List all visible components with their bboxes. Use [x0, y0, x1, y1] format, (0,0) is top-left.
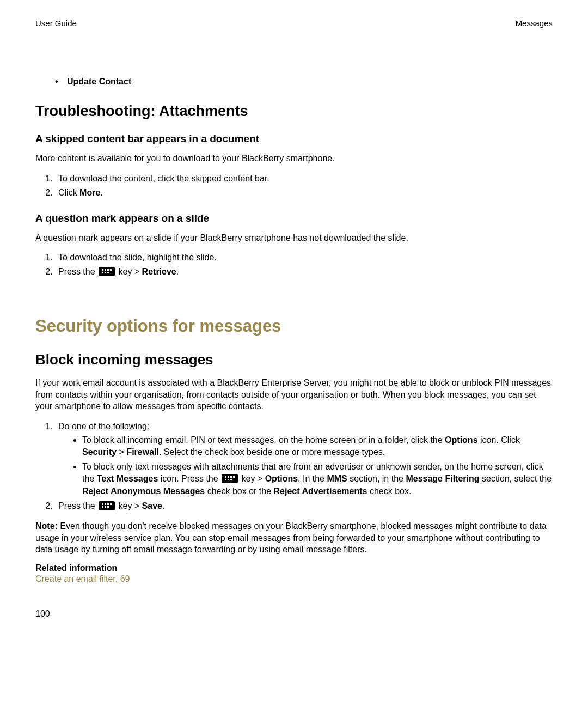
steps-question-mark: To download the slide, highlight the sli… — [35, 251, 553, 278]
substep-block-all: To block all incoming email, PIN or text… — [82, 434, 553, 459]
heading-security-options: Security options for messages — [35, 317, 553, 336]
page-header: User Guide Messages — [35, 19, 553, 28]
page-number: 100 — [35, 609, 50, 619]
menu-key-icon — [99, 501, 115, 510]
step-press-save: Press the key > Save. — [55, 500, 553, 513]
steps-skipped-content: To download the content, click the skipp… — [35, 172, 553, 199]
step-highlight-slide: To download the slide, highlight the sli… — [55, 251, 553, 264]
step-press-retrieve: Press the key > Retrieve. — [55, 265, 553, 278]
step-click-more: Click More. — [55, 186, 553, 199]
related-info-heading: Related information — [35, 563, 553, 573]
document-page: User Guide Messages Update Contact Troub… — [0, 0, 588, 706]
heading-block-incoming: Block incoming messages — [35, 351, 553, 368]
menu-key-icon — [99, 267, 115, 276]
substeps-block: To block all incoming email, PIN or text… — [58, 434, 553, 497]
step-download-content: To download the content, click the skipp… — [55, 172, 553, 185]
para-skipped-content: More content is available for you to dow… — [35, 153, 553, 165]
header-left: User Guide — [35, 19, 77, 28]
heading-troubleshooting-attachments: Troubleshooting: Attachments — [35, 103, 553, 120]
heading-question-mark: A question mark appears on a slide — [35, 212, 553, 224]
header-right: Messages — [516, 19, 553, 28]
note-block: Note: Even though you don't receive bloc… — [35, 520, 553, 556]
menu-key-icon — [222, 474, 238, 483]
para-question-mark: A question mark appears on a slide if yo… — [35, 232, 553, 244]
para-block-intro: If your work email account is associated… — [35, 377, 553, 412]
heading-skipped-content: A skipped content bar appears in a docum… — [35, 133, 553, 145]
substep-block-text: To block only text messages with attachm… — [82, 461, 553, 497]
related-link-email-filter[interactable]: Create an email filter, 69 — [35, 574, 553, 584]
step-do-one-of: Do one of the following: To block all in… — [55, 420, 553, 497]
steps-block-incoming: Do one of the following: To block all in… — [35, 420, 553, 513]
bullet-update-contact: Update Contact — [67, 77, 553, 87]
